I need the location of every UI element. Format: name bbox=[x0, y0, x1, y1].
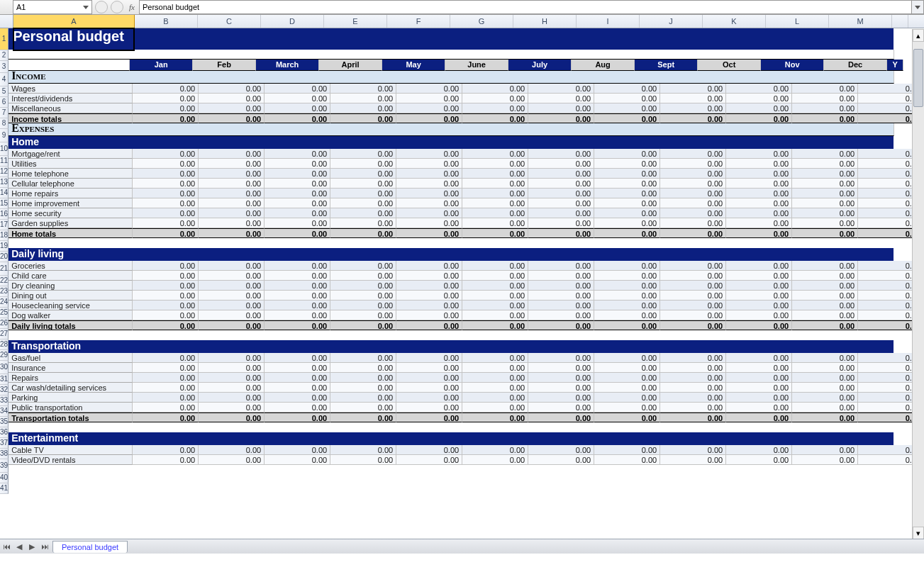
cell-label[interactable]: Home repairs bbox=[9, 189, 133, 198]
row-header[interactable]: 39 bbox=[0, 459, 9, 473]
cell-value[interactable]: 0.00 bbox=[330, 113, 396, 123]
cell-value[interactable]: 0.00 bbox=[594, 320, 660, 330]
cell-value[interactable]: 0.00 bbox=[660, 383, 726, 393]
cell-value[interactable]: 0.00 bbox=[133, 84, 199, 94]
month-header[interactable]: Feb bbox=[193, 60, 256, 71]
row-header[interactable]: 11 bbox=[0, 156, 9, 167]
cell-label[interactable]: Insurance bbox=[9, 363, 133, 373]
cell-value[interactable]: 0.00 bbox=[133, 179, 199, 189]
cell-value[interactable]: 0.00 bbox=[594, 403, 660, 412]
cell-value[interactable]: 0.00 bbox=[528, 393, 594, 403]
cell-value[interactable]: 0.00 bbox=[199, 393, 265, 403]
cell-value[interactable]: 0.00 bbox=[528, 353, 594, 363]
cell-value[interactable]: 0.00 bbox=[726, 271, 792, 281]
cell-value[interactable]: 0.00 bbox=[265, 84, 330, 94]
cell-value[interactable]: 0.00 bbox=[330, 198, 396, 208]
cell-value[interactable]: 0.00 bbox=[133, 445, 199, 455]
cell-value[interactable]: 0.00 bbox=[265, 393, 330, 403]
cell-value[interactable]: 0.00 bbox=[792, 291, 858, 301]
cell-value[interactable]: 0.00 bbox=[528, 281, 594, 291]
cell-value[interactable]: 0.00 bbox=[199, 261, 265, 271]
cell-value[interactable]: 0.00 bbox=[330, 301, 396, 310]
cell-value[interactable]: 0.00 bbox=[330, 149, 396, 159]
cell-value[interactable]: 0.00 bbox=[792, 169, 858, 179]
month-header[interactable]: Dec bbox=[824, 60, 887, 71]
cell-value[interactable]: 0.00 bbox=[199, 320, 265, 330]
cell-value[interactable]: 0.00 bbox=[396, 373, 462, 383]
cell-value[interactable]: 0.00 bbox=[396, 208, 462, 218]
cell-value[interactable]: 0.00 bbox=[528, 179, 594, 189]
cell-value[interactable]: 0.00 bbox=[133, 228, 199, 238]
col-header-M[interactable]: M bbox=[829, 15, 892, 28]
row-header[interactable]: 38 bbox=[0, 449, 9, 459]
cell-value[interactable]: 0.00 bbox=[528, 412, 594, 422]
cell-value[interactable]: 0.00 bbox=[199, 291, 265, 301]
cell-label[interactable]: Child care bbox=[9, 271, 133, 281]
row-header[interactable]: 15 bbox=[0, 198, 9, 209]
cell-value[interactable]: 0.00 bbox=[660, 103, 726, 113]
cell-value[interactable]: 0.00 bbox=[462, 218, 528, 228]
cell-value[interactable]: 0.00 bbox=[660, 189, 726, 198]
cell-label[interactable]: Home totals bbox=[9, 228, 133, 238]
cell-value[interactable]: 0.00 bbox=[265, 403, 330, 412]
cell-value[interactable]: 0.00 bbox=[528, 271, 594, 281]
cell-value[interactable]: 0.00 bbox=[396, 169, 462, 179]
cell-value[interactable]: 0.00 bbox=[396, 455, 462, 465]
row-header[interactable]: 2 bbox=[0, 50, 9, 61]
cell-value[interactable]: 0.00 bbox=[265, 301, 330, 310]
cell-value[interactable]: 0.00 bbox=[792, 363, 858, 373]
cell-value[interactable]: 0.00 bbox=[396, 271, 462, 281]
row-header[interactable]: 27 bbox=[0, 329, 9, 339]
cell-value[interactable]: 0.00 bbox=[265, 103, 330, 113]
month-header[interactable]: July bbox=[508, 60, 572, 71]
cell-value[interactable]: 0.00 bbox=[594, 159, 660, 169]
cell-value[interactable]: 0.00 bbox=[462, 403, 528, 412]
cell-value[interactable]: 0.00 bbox=[396, 198, 462, 208]
cell-value[interactable]: 0.00 bbox=[462, 179, 528, 189]
cell-value[interactable]: 0.00 bbox=[133, 320, 199, 330]
cell-value[interactable]: 0.00 bbox=[726, 363, 792, 373]
fx-icon[interactable]: fx bbox=[125, 3, 139, 11]
row-header[interactable]: 4 bbox=[0, 73, 9, 86]
cell-value[interactable]: 0.00 bbox=[660, 353, 726, 363]
cell-value[interactable]: 0.00 bbox=[462, 281, 528, 291]
cell-value[interactable]: 0.00 bbox=[462, 169, 528, 179]
cell-value[interactable]: 0.00 bbox=[726, 261, 792, 271]
cell-value[interactable]: 0.00 bbox=[726, 84, 792, 94]
cell-blank[interactable] bbox=[9, 60, 130, 71]
scroll-down-icon[interactable]: ▾ bbox=[913, 527, 924, 539]
cell-value[interactable]: 0.00 bbox=[594, 228, 660, 238]
cell-value[interactable]: 0.00 bbox=[133, 291, 199, 301]
cell-value[interactable]: 0.00 bbox=[726, 412, 792, 422]
cell-value[interactable]: 0.00 bbox=[462, 94, 528, 103]
cell-value[interactable]: 0.00 bbox=[265, 412, 330, 422]
cell-value[interactable]: 0.00 bbox=[660, 281, 726, 291]
cell-value[interactable]: 0.00 bbox=[265, 310, 330, 320]
cell-value[interactable]: 0.00 bbox=[330, 218, 396, 228]
cell-value[interactable]: 0.00 bbox=[792, 103, 858, 113]
cell-label[interactable]: Wages bbox=[9, 84, 133, 94]
row-header[interactable]: 8 bbox=[0, 118, 9, 129]
cell-value[interactable]: 0.00 bbox=[594, 103, 660, 113]
cell-value[interactable]: 0.00 bbox=[265, 179, 330, 189]
cell-value[interactable]: 0.00 bbox=[330, 455, 396, 465]
cell-value[interactable]: 0.00 bbox=[265, 320, 330, 330]
cell-label[interactable]: Interest/dividends bbox=[9, 94, 133, 103]
cell-value[interactable]: 0.00 bbox=[265, 189, 330, 198]
cell-value[interactable]: 0.00 bbox=[199, 179, 265, 189]
cell-value[interactable]: 0.00 bbox=[792, 445, 858, 455]
cell-value[interactable]: 0.00 bbox=[528, 310, 594, 320]
cell-value[interactable]: 0.00 bbox=[660, 159, 726, 169]
cell-value[interactable]: 0.00 bbox=[133, 169, 199, 179]
cell-value[interactable]: 0.00 bbox=[265, 218, 330, 228]
cell-value[interactable]: 0.00 bbox=[726, 281, 792, 291]
cell-value[interactable]: 0.00 bbox=[462, 189, 528, 198]
cell-value[interactable]: 0.00 bbox=[396, 412, 462, 422]
cell-value[interactable]: 0.00 bbox=[265, 291, 330, 301]
name-box[interactable]: A1 bbox=[13, 0, 92, 14]
cell-value[interactable]: 0.00 bbox=[199, 310, 265, 320]
cell-value[interactable]: 0.00 bbox=[660, 363, 726, 373]
cell-label[interactable]: Home telephone bbox=[9, 169, 133, 179]
cell-value[interactable]: 0.00 bbox=[330, 353, 396, 363]
cell-value[interactable]: 0.00 bbox=[199, 373, 265, 383]
